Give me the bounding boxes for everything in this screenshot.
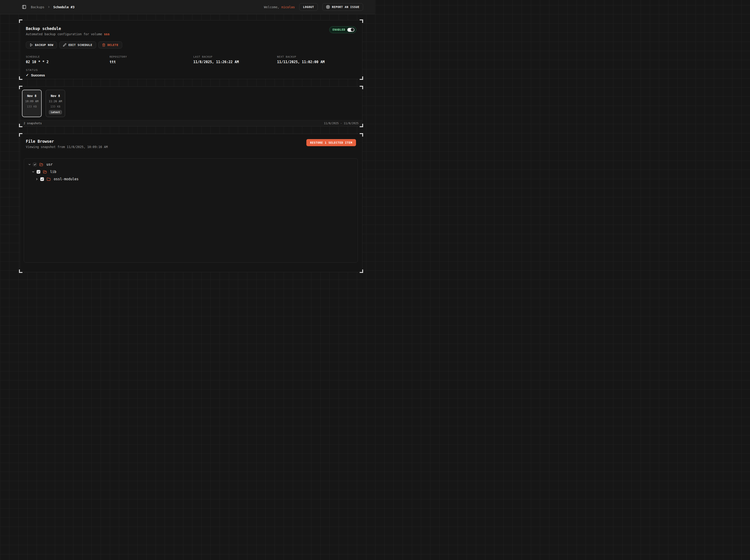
tree-item-label: lib — [50, 170, 56, 174]
checkbox-usr[interactable] — [33, 163, 37, 166]
field-repository: REPOSITORY ttt — [110, 55, 193, 64]
tree-row-lib[interactable]: lib — [24, 168, 358, 176]
schedule-card-header: Backup schedule Automated backup configu… — [26, 26, 356, 36]
enabled-toggle[interactable]: ENABLED — [329, 26, 356, 33]
field-value: ttt — [110, 60, 193, 64]
subtitle-prefix: Automated backup configuration for volum… — [26, 32, 104, 36]
welcome-text: Welcome, nicolas — [264, 5, 295, 9]
snapshot-card-selected[interactable]: Nov 8 10:09 AM 133 KB — [22, 90, 42, 117]
file-browser-subtitle: Viewing snapshot from 11/8/2025, 10:09:1… — [26, 145, 108, 149]
snapshot-size: 133 KB — [50, 105, 60, 108]
toggle-knob — [351, 28, 354, 31]
corner-bracket — [360, 269, 363, 273]
snapshot-card-latest[interactable]: Nov 8 11:26 AM 133 KB Latest — [45, 90, 65, 117]
pencil-icon — [63, 43, 66, 47]
checkbox-ossl-modules[interactable] — [40, 177, 44, 181]
snapshot-time: 10:09 AM — [25, 100, 38, 103]
toggle-switch[interactable] — [347, 28, 354, 32]
field-next-backup: NEXT BACKUP 11/11/2025, 11:02:00 AM — [277, 55, 356, 64]
navbar-left: Backups Schedule #3 — [22, 5, 75, 9]
corner-bracket — [19, 269, 22, 273]
panel-left-icon — [22, 5, 26, 9]
file-browser-title: File Browser — [26, 139, 108, 144]
chevron-right-icon — [47, 5, 50, 8]
breadcrumb-current: Schedule #3 — [53, 5, 75, 9]
check-icon: ✓ — [26, 73, 29, 77]
tree-item-label: ossl-modules — [54, 177, 78, 181]
folder-open-icon — [43, 170, 47, 174]
field-value: 02 10 * * 2 — [26, 60, 110, 64]
play-icon — [29, 43, 33, 47]
tree-row-usr[interactable]: usr — [24, 161, 358, 168]
field-label: LAST BACKUP — [193, 55, 277, 58]
snapshot-date-range: 11/8/2025 - 11/8/2025 — [324, 122, 358, 125]
field-label: REPOSITORY — [110, 55, 193, 58]
corner-bracket — [360, 76, 363, 80]
checkbox-lib[interactable] — [37, 170, 40, 174]
edit-schedule-label: EDIT SCHEDULE — [68, 43, 92, 47]
volume-name: sss — [104, 32, 110, 36]
snapshot-count: 2 snapshots — [24, 122, 42, 125]
corner-bracket — [19, 76, 22, 80]
schedule-card-title: Backup schedule — [26, 26, 110, 31]
field-label: NEXT BACKUP — [277, 55, 356, 58]
status-block: STATUS ✓ Success — [26, 68, 356, 77]
main-content: Backup schedule Automated backup configu… — [0, 14, 375, 272]
schedule-fields: SCHEDULE 02 10 * * 2 REPOSITORY ttt LAST… — [26, 55, 356, 64]
snapshot-size: 133 KB — [27, 105, 37, 108]
field-schedule: SCHEDULE 02 10 * * 2 — [26, 55, 110, 64]
backup-now-label: BACKUP NOW — [35, 43, 53, 47]
backup-schedule-card: Backup schedule Automated backup configu… — [20, 20, 362, 79]
snapshot-time: 11:26 AM — [49, 100, 62, 103]
snapshots-footer: 2 snapshots 11/8/2025 - 11/8/2025 — [20, 120, 362, 126]
chevron-down-icon[interactable] — [28, 163, 31, 166]
sidebar-toggle-button[interactable] — [22, 5, 26, 9]
trash-icon — [102, 43, 105, 47]
restore-selected-button[interactable]: RESTORE 1 SELECTED ITEM — [307, 139, 356, 146]
backup-now-button[interactable]: BACKUP NOW — [26, 41, 57, 48]
username: nicolas — [281, 5, 295, 9]
folder-open-icon — [39, 163, 43, 166]
report-issue-label: REPORT AN ISSUE — [332, 5, 359, 9]
latest-badge: Latest — [49, 110, 62, 114]
status-value: ✓ Success — [26, 73, 356, 77]
file-tree-panel: usr lib — [24, 158, 358, 263]
chevron-down-icon[interactable] — [32, 170, 35, 174]
field-value: 11/8/2025, 11:26:22 AM — [193, 60, 277, 64]
logout-label: LOGOUT — [303, 5, 314, 9]
schedule-actions: BACKUP NOW EDIT SCHEDULE DELETE — [26, 41, 356, 48]
navbar-right: Welcome, nicolas LOGOUT REPORT AN ISSUE — [264, 3, 363, 11]
tree-item-label: usr — [46, 162, 53, 166]
enabled-label: ENABLED — [333, 28, 345, 31]
edit-schedule-button[interactable]: EDIT SCHEDULE — [59, 41, 96, 48]
delete-label: DELETE — [107, 43, 119, 47]
file-browser-section: File Browser Viewing snapshot from 11/8/… — [20, 134, 362, 272]
snapshot-list: Nov 8 10:09 AM 133 KB Nov 8 11:26 AM 133… — [20, 87, 362, 120]
snapshot-date: Nov 8 — [51, 94, 60, 98]
top-navbar: Backups Schedule #3 Welcome, nicolas LOG… — [0, 0, 375, 14]
report-issue-button[interactable]: REPORT AN ISSUE — [322, 3, 363, 11]
status-text: Success — [31, 73, 45, 77]
field-last-backup: LAST BACKUP 11/8/2025, 11:26:22 AM — [193, 55, 277, 64]
tree-row-ossl-modules[interactable]: ossl-modules — [24, 176, 358, 183]
field-label: SCHEDULE — [26, 55, 110, 58]
schedule-card-subtitle: Automated backup configuration for volum… — [26, 32, 110, 36]
field-value: 11/11/2025, 11:02:00 AM — [277, 60, 356, 64]
logout-button[interactable]: LOGOUT — [299, 3, 318, 11]
welcome-prefix: Welcome, — [264, 5, 281, 9]
breadcrumb: Backups Schedule #3 — [31, 5, 75, 9]
folder-icon — [47, 177, 51, 181]
corner-bracket — [360, 19, 363, 23]
status-label: STATUS — [26, 68, 356, 72]
snapshots-section: Nov 8 10:09 AM 133 KB Nov 8 11:26 AM 133… — [20, 86, 362, 126]
corner-bracket — [19, 19, 22, 23]
breadcrumb-backups-link[interactable]: Backups — [31, 5, 44, 9]
delete-button[interactable]: DELETE — [98, 41, 122, 48]
lifebuoy-icon — [326, 5, 330, 9]
snapshot-date: Nov 8 — [27, 94, 37, 98]
chevron-right-icon[interactable] — [35, 178, 38, 181]
file-browser-header: File Browser Viewing snapshot from 11/8/… — [20, 134, 362, 149]
